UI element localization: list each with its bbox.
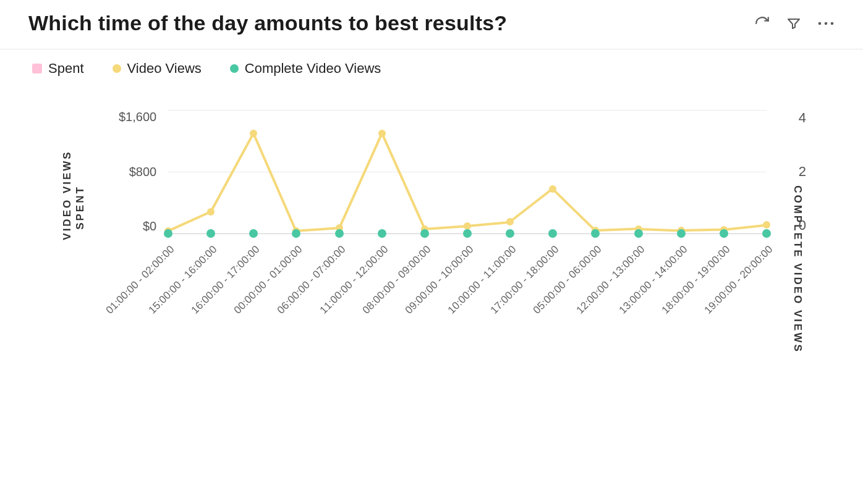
complete-views-point — [206, 229, 215, 238]
chart-card: Spent Video Views Complete Video Views V… — [0, 49, 863, 504]
legend-video-views-swatch — [113, 64, 121, 73]
plot-area[interactable] — [168, 110, 767, 233]
more-icon[interactable] — [817, 20, 835, 27]
video-views-segment — [381, 133, 426, 230]
legend-spent-swatch — [32, 64, 42, 74]
svg-point-0 — [818, 22, 822, 25]
video-views-segment — [638, 228, 681, 232]
y-right-tick-4: 4 — [799, 110, 806, 126]
video-views-segment — [210, 133, 255, 212]
complete-views-point — [677, 229, 686, 238]
y-axis-left1-label: VIDEO VIEWS — [61, 150, 74, 240]
video-views-segment — [509, 188, 554, 223]
refresh-icon[interactable] — [754, 15, 770, 32]
y-axis-left2-label: SPENT — [74, 185, 87, 230]
complete-views-point — [335, 229, 344, 238]
video-views-point — [250, 130, 257, 137]
complete-views-point — [548, 229, 557, 238]
complete-views-point — [292, 229, 300, 238]
video-views-segment — [168, 211, 211, 232]
plot-points — [168, 110, 767, 233]
complete-views-point — [634, 229, 643, 238]
legend-complete-views-label: Complete Video Views — [245, 61, 381, 77]
legend-spent-label: Spent — [48, 61, 84, 77]
y-left-tick-800: $800 — [129, 165, 157, 179]
y-ticks-right: 4 2 0 — [799, 110, 806, 233]
legend-video-views-label: Video Views — [127, 61, 202, 77]
legend-item-spent[interactable]: Spent — [32, 61, 84, 77]
y-left-tick-0: $0 — [143, 219, 156, 233]
video-views-segment — [552, 188, 597, 231]
video-views-point — [378, 130, 386, 137]
video-views-segment — [724, 224, 767, 230]
video-views-segment — [338, 133, 383, 229]
complete-views-point — [762, 229, 771, 238]
video-views-segment — [681, 229, 724, 232]
y-left-tick-1600: $1,600 — [119, 110, 156, 124]
video-views-segment — [425, 225, 467, 230]
complete-views-point — [720, 229, 728, 238]
complete-views-point — [463, 229, 472, 238]
y-right-tick-2: 2 — [799, 164, 806, 180]
legend-complete-views-swatch — [230, 64, 239, 73]
video-views-point — [207, 208, 215, 216]
card-header: Which time of the day amounts to best re… — [0, 0, 863, 49]
video-views-segment — [595, 228, 638, 232]
complete-views-point — [591, 229, 600, 238]
x-ticks: 01:00:00 - 02:00:0015:00:00 - 16:00:0016… — [168, 243, 767, 367]
y-ticks-left: $1,600 $800 $0 — [119, 110, 156, 233]
y-right-tick-0: 0 — [799, 217, 806, 233]
video-views-segment — [296, 227, 339, 232]
legend-item-video-views[interactable]: Video Views — [113, 61, 202, 77]
legend: Spent Video Views Complete Video Views — [28, 61, 835, 77]
complete-views-point — [164, 229, 172, 238]
page-title: Which time of the day amounts to best re… — [28, 11, 507, 35]
complete-views-point — [378, 229, 386, 238]
complete-views-point — [506, 229, 514, 238]
plot-frame: VIDEO VIEWS SPENT COMPLETE VIDEO VIEWS $… — [28, 84, 835, 368]
header-actions — [754, 15, 835, 32]
video-views-point — [763, 221, 770, 229]
svg-point-1 — [825, 22, 828, 25]
video-views-segment — [467, 220, 511, 227]
svg-point-2 — [831, 22, 834, 25]
video-views-segment — [252, 133, 297, 232]
complete-views-point — [249, 229, 258, 238]
filter-icon[interactable] — [786, 16, 801, 31]
complete-views-point — [420, 229, 429, 238]
video-views-point — [506, 218, 514, 225]
legend-item-complete-views[interactable]: Complete Video Views — [230, 61, 381, 77]
video-views-point — [464, 222, 471, 230]
video-views-point — [549, 185, 556, 193]
